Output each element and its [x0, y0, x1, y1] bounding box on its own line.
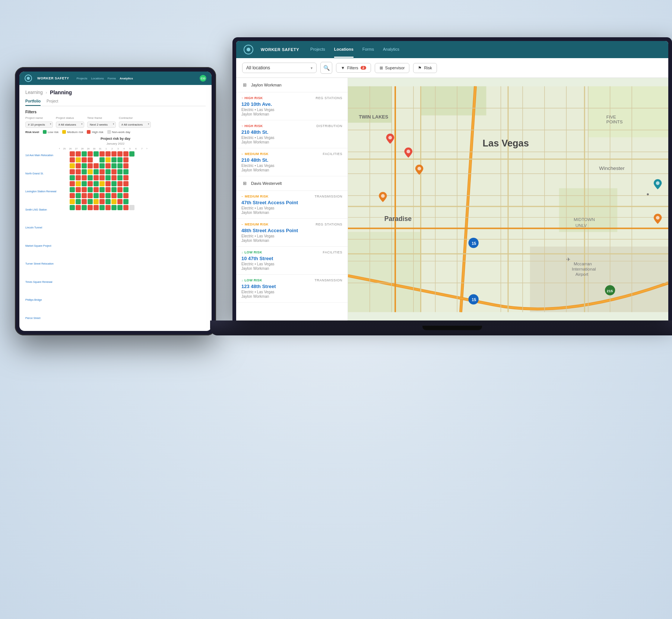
tablet-nav-forms[interactable]: Forms — [108, 77, 116, 80]
chart-cell — [76, 157, 81, 162]
laptop-nav-analytics[interactable]: Analytics — [383, 42, 399, 58]
risk-item-high: High risk — [87, 130, 103, 134]
svg-point-61 — [656, 181, 660, 185]
chart-project-label[interactable]: Times Square Renewal — [25, 281, 56, 283]
chart-cell — [70, 205, 75, 210]
chart-cell — [111, 163, 117, 168]
laptop-nav-locations[interactable]: Locations — [334, 42, 354, 58]
chart-project-label[interactable]: Lexington Station Renewal — [25, 190, 56, 193]
chart-project-label[interactable]: Pierce Street — [25, 317, 56, 319]
list-item[interactable]: ~ MEDIUM RISK FACILITIES 210 48th St. El… — [236, 148, 348, 176]
risk-row: ↓ LOW RISK FACILITIES — [241, 250, 342, 254]
chart-cell — [82, 199, 87, 204]
risk-badge: ~ MEDIUM RISK — [241, 222, 269, 226]
tablet-navbar: WORKER SAFETY Projects Locations Forms A… — [19, 72, 212, 85]
location-supervisor: Jaylon Workman — [241, 211, 342, 215]
svg-text:Las Vegas: Las Vegas — [483, 138, 529, 148]
location-dropdown[interactable]: All locations ▾ — [242, 63, 317, 73]
list-item[interactable]: ↑ HIGH RISK DISTRIBUTION 210 48th St. El… — [236, 120, 348, 148]
chart-row — [58, 199, 206, 204]
filter-time-frame-wrapper[interactable]: Next 2 weeks — [87, 120, 116, 128]
supervisor-icon-2: ⊞ — [241, 180, 248, 187]
chart-project-label[interactable]: Market Square Project — [25, 244, 56, 247]
filter-time-frame: Time frame Next 2 weeks — [87, 116, 116, 128]
chart-cell — [99, 151, 105, 157]
supervisor-button[interactable]: ⊞ Supervisor — [375, 63, 410, 73]
filter-project-status-select[interactable]: # All statuses — [56, 121, 84, 128]
chart-cell — [123, 199, 129, 204]
chart-cell — [82, 151, 87, 157]
filter-project-status-wrapper[interactable]: # All statuses — [56, 120, 84, 128]
list-item[interactable]: ↑ HIGH RISK REG STATIONS 120 10th Ave. E… — [236, 92, 348, 120]
tablet-nav-projects[interactable]: Projects — [77, 77, 88, 80]
chart-cell — [64, 163, 69, 168]
chart-cell — [88, 151, 93, 157]
filter-time-frame-select[interactable]: Next 2 weeks — [87, 121, 116, 128]
location-name: 123 48th Street — [241, 284, 342, 289]
chart-project-label[interactable]: Lincoln Tunnel — [25, 226, 56, 229]
svg-text:15: 15 — [472, 241, 476, 246]
svg-text:TWIN LAKES: TWIN LAKES — [359, 114, 388, 120]
chart-day-header: 5 — [127, 148, 133, 150]
svg-text:POINTS: POINTS — [606, 119, 623, 124]
filter-button[interactable]: ▼ Filters 2 — [336, 63, 371, 73]
chart-project-label[interactable]: Turner Street Relocation — [25, 262, 56, 265]
laptop-frame: WORKER SAFETY Projects Locations Forms A… — [232, 37, 672, 320]
list-item[interactable]: ↓ LOW RISK FACILITIES 10 47th Street Ele… — [236, 247, 348, 275]
filter-contractor-select[interactable]: # All contractors — [119, 121, 151, 128]
laptop-nav-projects[interactable]: Projects — [310, 42, 325, 58]
risk-button[interactable]: ⚑ Risk — [413, 63, 437, 73]
chart-cell — [123, 193, 129, 198]
tab-project[interactable]: Project — [47, 99, 58, 106]
risk-dot-nonwork — [107, 130, 111, 134]
tab-portfolio[interactable]: Portfolio — [25, 99, 41, 106]
laptop-screen: WORKER SAFETY Projects Locations Forms A… — [236, 41, 668, 320]
risk-badge: ~ MEDIUM RISK — [241, 152, 269, 156]
chart-row — [58, 181, 206, 186]
tablet-nav-links: Projects Locations Forms Analytics — [77, 77, 133, 80]
risk-item-nonwork: Non-work day — [107, 130, 130, 134]
laptop-base — [210, 320, 672, 335]
chart-cell — [129, 199, 134, 204]
chart-cell — [58, 157, 63, 162]
tablet-nav-analytics[interactable]: Analytics — [120, 77, 133, 80]
chart-day-header: 1 — [104, 148, 109, 150]
location-category: FACILITIES — [323, 250, 342, 254]
chart-cell — [117, 175, 123, 180]
chart-cell — [93, 175, 99, 180]
chart-labels: 1st Ave Main RelocationNorth Grand St.Le… — [25, 147, 56, 326]
chart-project-label[interactable]: Phillips Bridge — [25, 299, 56, 301]
tablet-nav-locations[interactable]: Locations — [91, 77, 104, 80]
chart-cell — [64, 205, 69, 210]
risk-badge: ~ MEDIUM RISK — [241, 195, 269, 198]
list-item[interactable]: ~ MEDIUM RISK TRANSMISSION 47th Street A… — [236, 191, 348, 219]
location-category: FACILITIES — [323, 152, 342, 156]
chart-cell — [123, 187, 129, 192]
chart-next-arrow[interactable]: › — [145, 147, 149, 150]
filter-contractor-wrapper[interactable]: # All contractors — [119, 120, 151, 128]
laptop-notch — [422, 326, 482, 330]
filter-project-name-select[interactable]: # 10 projects — [25, 121, 53, 128]
chart-prev-arrow[interactable]: ‹ — [58, 147, 61, 150]
chart-cell — [70, 175, 75, 180]
risk-label: LOW RISK — [244, 250, 262, 254]
risk-badge: ↑ HIGH RISK — [241, 96, 263, 100]
chart-cell — [117, 187, 123, 192]
risk-label: MEDIUM RISK — [245, 222, 269, 226]
chart-project-label[interactable]: 1st Ave Main Relocation — [25, 154, 56, 157]
crumb-planning: Planning — [50, 89, 72, 95]
list-item[interactable]: ↓ LOW RISK TRANSMISSION 123 48th Street … — [236, 275, 348, 303]
list-item[interactable]: ~ MEDIUM RISK REG STATIONS 48th Street A… — [236, 219, 348, 247]
chart-cell — [99, 157, 105, 162]
dropdown-arrow-icon: ▾ — [311, 66, 313, 70]
chart-cell — [135, 181, 140, 186]
filter-project-name-wrapper[interactable]: # 10 projects — [25, 120, 53, 128]
laptop-nav-forms[interactable]: Forms — [362, 42, 374, 58]
chart-project-label[interactable]: North Grand St. — [25, 172, 56, 175]
chart-cell — [123, 163, 129, 168]
chart-cell — [76, 163, 81, 168]
map-panel: TWIN LAKES FIVE POINTS Las Vegas Winches… — [348, 78, 668, 320]
search-button[interactable]: 🔍 — [320, 62, 332, 74]
chart-project-label[interactable]: Smith LNG Station — [25, 208, 56, 211]
crumb-learning: Learning — [25, 90, 43, 95]
